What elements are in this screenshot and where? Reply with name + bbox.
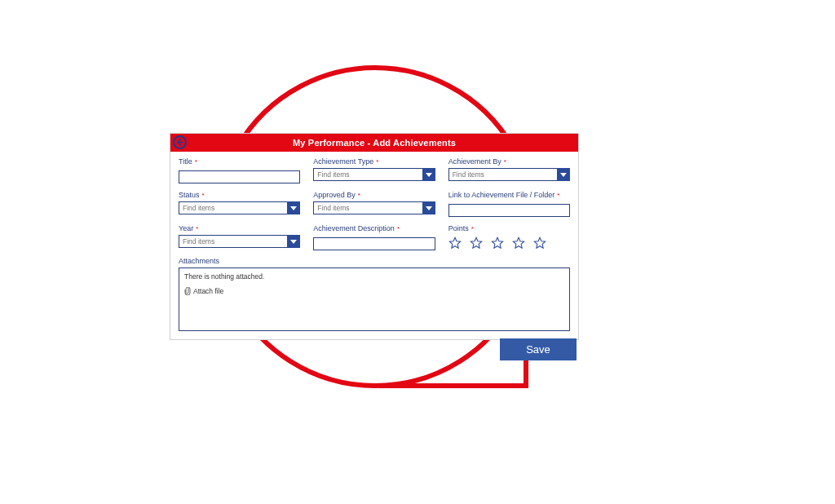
form-grid: Title* Achievement Type* Achievement By* (179, 157, 570, 250)
year-select[interactable] (179, 235, 287, 248)
field-status: Status* (179, 191, 300, 217)
field-points: Points* (448, 224, 570, 250)
points-stars (448, 235, 570, 250)
approved-by-select[interactable] (313, 201, 422, 214)
attach-file-link[interactable]: Attach file (184, 287, 564, 295)
panel-title: My Performance - Add Achievements (293, 138, 456, 148)
achievement-by-caret[interactable] (557, 168, 570, 181)
save-button[interactable]: Save (500, 338, 577, 360)
achievement-type-select[interactable] (313, 168, 422, 181)
star-icon[interactable] (533, 237, 546, 250)
required-marker: * (195, 158, 197, 166)
form-body: Title* Achievement Type* Achievement By* (170, 152, 578, 339)
attachments-empty-text: There is nothing attached. (184, 272, 564, 281)
field-link: Link to Achievement File / Folder* (448, 191, 570, 217)
status-caret[interactable] (287, 201, 300, 214)
attachments-box: There is nothing attached. Attach file (179, 267, 570, 331)
star-icon[interactable] (448, 237, 462, 250)
achievement-description-input[interactable] (313, 237, 435, 250)
link-input[interactable] (448, 204, 570, 217)
star-icon[interactable] (470, 237, 483, 250)
field-achievement-description: Achievement Description* (313, 224, 435, 250)
back-button[interactable] (173, 135, 187, 149)
achievement-type-caret[interactable] (422, 168, 435, 181)
chevron-down-icon (290, 240, 297, 244)
achievement-by-select[interactable] (448, 168, 557, 181)
attachments-label: Attachments (179, 257, 570, 265)
paperclip-icon (184, 287, 191, 295)
chevron-down-icon (290, 206, 297, 210)
title-input[interactable] (179, 170, 300, 183)
field-achievement-type: Achievement Type* (313, 157, 435, 183)
field-year: Year* (179, 224, 300, 250)
approved-by-caret[interactable] (422, 201, 435, 214)
arrow-left-icon (176, 139, 183, 146)
field-title: Title* (179, 157, 300, 183)
status-select[interactable] (179, 201, 287, 214)
chevron-down-icon (426, 173, 432, 177)
chevron-down-icon (426, 206, 432, 210)
star-icon[interactable] (491, 237, 504, 250)
panel-header: My Performance - Add Achievements (170, 134, 578, 152)
year-caret[interactable] (287, 235, 300, 248)
field-approved-by: Approved By* (313, 191, 435, 217)
field-achievement-by: Achievement By* (448, 157, 570, 183)
add-achievements-panel: My Performance - Add Achievements Title*… (170, 133, 579, 340)
star-icon[interactable] (512, 237, 525, 250)
chevron-down-icon (560, 173, 567, 177)
